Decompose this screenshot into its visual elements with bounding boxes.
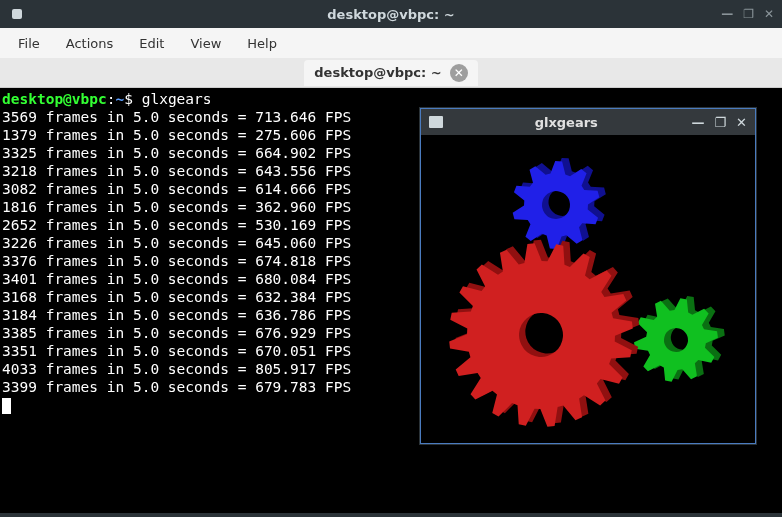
menu-file[interactable]: File <box>6 31 52 56</box>
minimize-button[interactable]: — <box>721 7 733 21</box>
glxgears-minimize-button[interactable]: — <box>691 115 704 130</box>
menu-view[interactable]: View <box>178 31 233 56</box>
glxgears-window[interactable]: glxgears — ❐ ✕ <box>420 108 756 444</box>
menu-actions[interactable]: Actions <box>54 31 126 56</box>
close-button[interactable]: ✕ <box>764 7 774 21</box>
gear-red-icon <box>442 236 641 435</box>
menubar: File Actions Edit View Help <box>0 28 782 58</box>
glxgears-close-button[interactable]: ✕ <box>736 115 747 130</box>
glxgears-titlebar[interactable]: glxgears — ❐ ✕ <box>421 109 755 135</box>
terminal-tab[interactable]: desktop@vbpc: ~ ✕ <box>304 60 477 86</box>
tab-close-icon[interactable]: ✕ <box>450 64 468 82</box>
tabbar: desktop@vbpc: ~ ✕ <box>0 58 782 88</box>
glxgears-app-icon <box>429 116 443 128</box>
glxgears-title: glxgears <box>535 115 598 130</box>
menu-help[interactable]: Help <box>235 31 289 56</box>
tab-label: desktop@vbpc: ~ <box>314 65 441 80</box>
menu-edit[interactable]: Edit <box>127 31 176 56</box>
app-icon <box>12 9 22 19</box>
outer-window-titlebar[interactable]: desktop@vbpc: ~ — ❐ ✕ <box>0 0 782 28</box>
maximize-button[interactable]: ❐ <box>743 7 754 21</box>
window-title: desktop@vbpc: ~ <box>327 7 454 22</box>
glxgears-maximize-button[interactable]: ❐ <box>714 115 726 130</box>
glxgears-canvas <box>421 135 755 443</box>
